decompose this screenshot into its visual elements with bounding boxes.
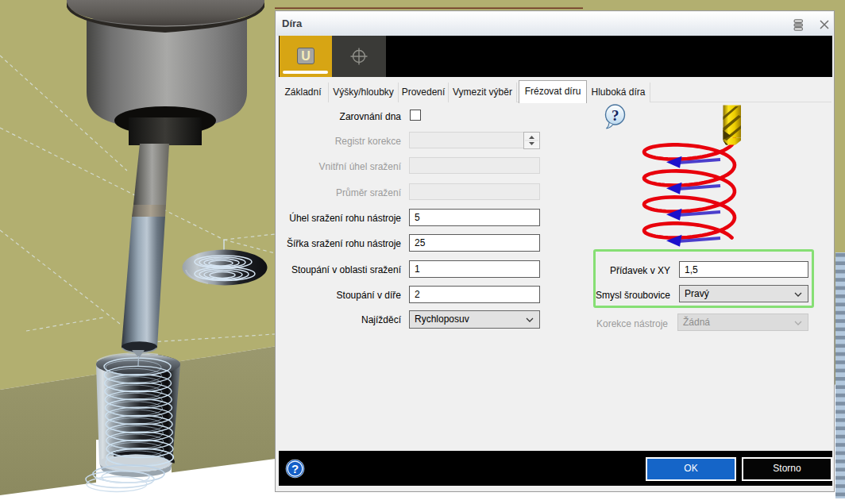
svg-text:?: ? (612, 107, 619, 124)
svg-text:?: ? (291, 462, 299, 475)
